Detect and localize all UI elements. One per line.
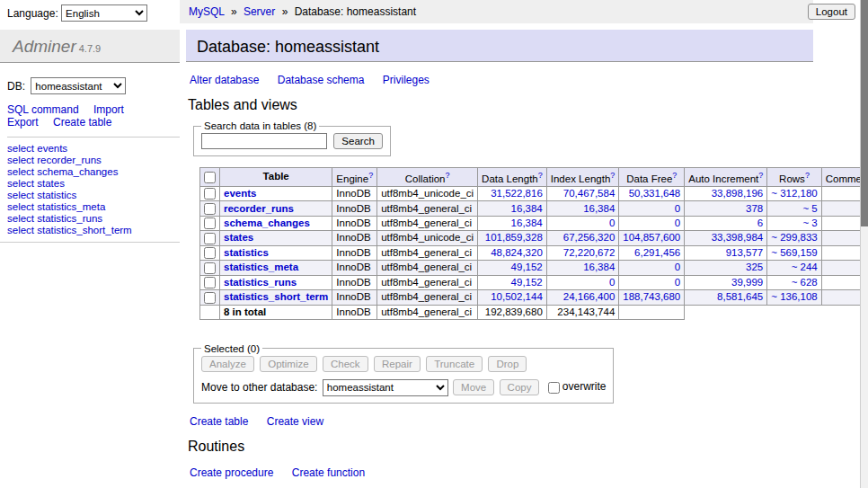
sidebar-item-select-statistics[interactable]: select statistics (7, 190, 180, 201)
data-free-link[interactable]: 0 (675, 217, 680, 228)
index-length-link[interactable]: 70,467,584 (563, 188, 616, 199)
import-link[interactable]: Import (93, 103, 124, 116)
rows-count-link[interactable]: ~ 312,180 (771, 188, 817, 199)
rows-help-link[interactable]: ? (805, 171, 810, 180)
data-free-link[interactable]: 188,743,680 (623, 291, 680, 302)
table-name-link[interactable]: states (224, 232, 253, 243)
sidebar-item-select-events[interactable]: select events (7, 143, 180, 155)
move-button[interactable]: Move (453, 379, 494, 395)
vertical-scrollbar[interactable] (860, 0, 868, 488)
create-view-link[interactable]: Create view (267, 415, 323, 428)
data-free-link[interactable]: 6,291,456 (634, 247, 680, 258)
auto-increment-link[interactable]: 913,577 (726, 247, 764, 258)
index-length-link[interactable]: 0 (609, 277, 615, 288)
table-name-link[interactable]: schema_changes (224, 217, 310, 228)
data-length-link[interactable]: 16,384 (511, 217, 543, 228)
index-length-link[interactable]: 16,384 (583, 262, 615, 272)
auto-increment-link[interactable]: 378 (746, 203, 763, 214)
engine-help-link[interactable]: ? (368, 171, 373, 180)
db-select[interactable]: homeassistant (31, 77, 126, 94)
privileges-link[interactable]: Privileges (383, 74, 430, 86)
table-name-link[interactable]: statistics_short_term (224, 291, 328, 302)
data-length-link[interactable]: 10,502,144 (491, 291, 543, 302)
copy-button[interactable]: Copy (500, 379, 540, 395)
index-length-link[interactable]: 24,166,400 (563, 291, 616, 302)
collation-help-link[interactable]: ? (445, 171, 449, 180)
sidebar-item-select-recorder-runs[interactable]: select recorder_runs (7, 155, 180, 166)
auto-increment-link[interactable]: 325 (746, 262, 763, 272)
row-checkbox[interactable] (204, 233, 216, 244)
optimize-button[interactable]: Optimize (260, 356, 316, 372)
row-checkbox[interactable] (204, 203, 216, 215)
row-checkbox[interactable] (204, 277, 216, 288)
data-length-link[interactable]: 49,152 (511, 277, 543, 288)
data-length-link[interactable]: 16,384 (511, 203, 543, 214)
select-all-checkbox[interactable] (204, 172, 216, 183)
data-length-link[interactable]: 101,859,328 (485, 232, 543, 243)
check-button[interactable]: Check (323, 356, 368, 372)
sql-command-link[interactable]: SQL command (7, 103, 79, 116)
index-length-link[interactable]: 0 (609, 217, 615, 228)
data-free-link[interactable]: 104,857,600 (623, 232, 680, 243)
language-select[interactable]: English (61, 4, 147, 22)
rows-count-link[interactable]: ~ 3 (802, 217, 817, 228)
auto-increment-help-link[interactable]: ? (758, 171, 763, 180)
rows-count-link[interactable]: ~ 136,108 (771, 291, 817, 302)
data-length-link[interactable]: 31,522,816 (491, 188, 543, 199)
row-checkbox[interactable] (204, 188, 216, 200)
index-length-link[interactable]: 16,384 (583, 203, 615, 214)
sidebar-item-select-statistics-runs[interactable]: select statistics_runs (7, 213, 180, 225)
analyze-button[interactable]: Analyze (201, 356, 254, 372)
auto-increment-link[interactable]: 6 (757, 217, 763, 228)
data-free-link[interactable]: 0 (675, 203, 680, 214)
auto-increment-link[interactable]: 33,398,984 (712, 232, 764, 243)
row-checkbox[interactable] (204, 217, 216, 229)
drop-button[interactable]: Drop (488, 356, 527, 372)
rows-count-link[interactable]: ~ 628 (792, 277, 818, 288)
adminer-logo-link[interactable]: Adminer (13, 37, 76, 56)
row-checkbox[interactable] (204, 292, 216, 304)
data-length-link[interactable]: 49,152 (511, 262, 543, 272)
repair-button[interactable]: Repair (374, 356, 421, 372)
index-length-link[interactable]: 67,256,320 (563, 232, 616, 243)
index-length-link[interactable]: 72,220,672 (563, 247, 616, 258)
search-input[interactable] (201, 133, 327, 149)
rows-count-link[interactable]: ~ 299,833 (771, 232, 817, 243)
auto-increment-link[interactable]: 33,898,196 (712, 188, 764, 199)
truncate-button[interactable]: Truncate (426, 356, 483, 372)
data-length-link[interactable]: 48,824,320 (491, 247, 543, 258)
create-function-link[interactable]: Create function (292, 466, 365, 479)
overwrite-checkbox[interactable] (548, 382, 560, 394)
index-length-help-link[interactable]: ? (610, 171, 615, 180)
breadcrumb-server-link[interactable]: Server (244, 5, 275, 18)
table-name-link[interactable]: statistics (224, 247, 269, 258)
table-name-link[interactable]: recorder_runs (224, 203, 294, 214)
table-name-link[interactable]: statistics_meta (224, 262, 298, 272)
data-free-link[interactable]: 0 (675, 277, 680, 288)
alter-database-link[interactable]: Alter database (190, 74, 259, 86)
row-checkbox[interactable] (204, 262, 216, 274)
data-free-link[interactable]: 50,331,648 (629, 188, 681, 199)
sidebar-item-select-schema-changes[interactable]: select schema_changes (7, 166, 180, 178)
sidebar-item-select-states[interactable]: select states (7, 178, 180, 190)
table-name-link[interactable]: statistics_runs (224, 277, 297, 288)
auto-increment-link[interactable]: 39,999 (731, 277, 763, 288)
row-checkbox[interactable] (204, 247, 216, 259)
data-length-help-link[interactable]: ? (538, 171, 543, 180)
data-free-link[interactable]: 0 (675, 262, 680, 272)
table-name-link[interactable]: events (224, 188, 256, 199)
search-button[interactable]: Search (333, 133, 382, 149)
move-db-select[interactable]: homeassistant (323, 379, 448, 396)
breadcrumb-mysql-link[interactable]: MySQL (189, 5, 225, 18)
logout-button[interactable]: Logout (808, 4, 855, 20)
create-table-sidebar-link[interactable]: Create table (53, 116, 111, 129)
auto-increment-link[interactable]: 8,581,645 (717, 291, 763, 302)
database-schema-link[interactable]: Database schema (278, 74, 365, 86)
create-procedure-link[interactable]: Create procedure (190, 466, 273, 479)
scrollbar-thumb[interactable] (861, 0, 868, 226)
rows-count-link[interactable]: ~ 5 (802, 203, 817, 214)
rows-count-link[interactable]: ~ 244 (792, 262, 818, 272)
create-table-link[interactable]: Create table (190, 415, 248, 428)
data-free-help-link[interactable]: ? (672, 171, 677, 180)
sidebar-item-select-statistics-short-term[interactable]: select statistics_short_term (7, 225, 180, 236)
